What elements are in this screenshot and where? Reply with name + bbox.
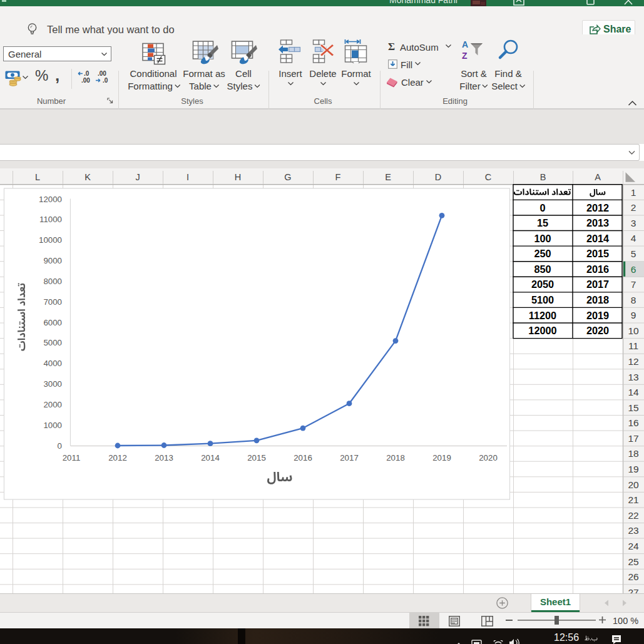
svg-text:H: H <box>235 172 241 182</box>
svg-text:21: 21 <box>628 494 638 505</box>
svg-text:4000: 4000 <box>43 359 62 368</box>
svg-text:A: A <box>595 172 601 182</box>
svg-text:12000: 12000 <box>39 195 62 204</box>
svg-text:2018: 2018 <box>586 294 609 305</box>
svg-text:2013: 2013 <box>155 453 173 463</box>
svg-text:2011: 2011 <box>63 453 81 463</box>
svg-text:2020: 2020 <box>586 325 609 336</box>
svg-text:100: 100 <box>534 233 551 244</box>
svg-text:250: 250 <box>534 248 551 259</box>
svg-text:12000: 12000 <box>528 325 556 336</box>
svg-text:10000: 10000 <box>39 235 62 245</box>
svg-text:7: 7 <box>631 279 636 290</box>
svg-text:6: 6 <box>631 264 636 275</box>
svg-text:17: 17 <box>628 433 638 444</box>
svg-text:K: K <box>84 172 91 182</box>
svg-text:0: 0 <box>58 441 62 451</box>
svg-text:12: 12 <box>628 356 638 367</box>
svg-text:14: 14 <box>628 387 639 397</box>
svg-text:5100: 5100 <box>531 294 554 305</box>
svg-text:.0: .0 <box>84 70 89 77</box>
svg-text:2019: 2019 <box>432 453 451 463</box>
svg-text:2014: 2014 <box>586 233 609 244</box>
svg-text:10: 10 <box>628 325 639 336</box>
svg-text:11200: 11200 <box>529 310 556 321</box>
svg-text:A: A <box>462 39 468 49</box>
svg-text:2017: 2017 <box>340 453 359 463</box>
svg-text:11000: 11000 <box>39 215 62 224</box>
svg-text:G: G <box>284 172 291 182</box>
svg-text:11: 11 <box>628 340 638 351</box>
svg-text:850: 850 <box>534 263 551 275</box>
svg-text:.00: .00 <box>98 70 106 77</box>
svg-text:Z: Z <box>462 51 468 61</box>
svg-text:2013: 2013 <box>586 217 609 228</box>
svg-text:2019: 2019 <box>586 310 609 321</box>
svg-text:3: 3 <box>631 218 636 228</box>
svg-text:2012: 2012 <box>108 453 127 463</box>
svg-text:8000: 8000 <box>43 277 62 286</box>
svg-text:2012: 2012 <box>586 202 609 213</box>
svg-text:7000: 7000 <box>43 297 62 307</box>
svg-text:9: 9 <box>631 310 636 320</box>
svg-text:C: C <box>485 172 491 182</box>
svg-text:4: 4 <box>631 233 636 243</box>
svg-text:E: E <box>385 172 391 182</box>
svg-text:2016: 2016 <box>294 453 312 463</box>
svg-text:15: 15 <box>537 217 548 228</box>
svg-text:2: 2 <box>631 202 636 213</box>
svg-text:27: 27 <box>628 587 638 593</box>
svg-text:12:56: 12:56 <box>554 632 579 643</box>
svg-text:15: 15 <box>628 402 638 413</box>
svg-text:2018: 2018 <box>386 453 405 463</box>
svg-text:0: 0 <box>539 202 545 213</box>
svg-text:I: I <box>187 172 189 182</box>
svg-text:D: D <box>435 172 441 182</box>
svg-text:2000: 2000 <box>43 400 62 409</box>
svg-text:2015: 2015 <box>247 453 266 463</box>
svg-text:2015: 2015 <box>586 248 609 259</box>
svg-text:8: 8 <box>631 295 636 305</box>
svg-text:B: B <box>540 172 546 182</box>
svg-text:6000: 6000 <box>43 318 62 327</box>
svg-text:1000: 1000 <box>43 421 62 430</box>
svg-text:2050: 2050 <box>531 279 554 290</box>
svg-text:J: J <box>135 172 140 182</box>
svg-text:2020: 2020 <box>479 453 498 463</box>
svg-text:.00: .00 <box>81 77 90 84</box>
svg-text:16: 16 <box>628 417 638 428</box>
svg-text:1: 1 <box>631 187 636 198</box>
svg-text:2014: 2014 <box>201 453 220 463</box>
svg-text:3000: 3000 <box>43 379 62 389</box>
svg-text:9000: 9000 <box>43 256 62 265</box>
svg-text:5: 5 <box>631 248 636 259</box>
svg-text:L: L <box>35 172 40 182</box>
svg-text:22: 22 <box>628 510 638 521</box>
svg-text:24: 24 <box>628 541 639 551</box>
svg-text:2016: 2016 <box>586 263 609 275</box>
svg-text:5000: 5000 <box>43 338 62 347</box>
svg-text:2017: 2017 <box>586 279 609 290</box>
svg-text:23: 23 <box>628 525 638 536</box>
svg-text:26: 26 <box>628 571 638 582</box>
svg-text:13: 13 <box>628 372 638 382</box>
svg-text:20: 20 <box>628 479 639 490</box>
svg-text:25: 25 <box>628 556 638 567</box>
svg-text:18: 18 <box>628 448 638 459</box>
svg-text:19: 19 <box>628 464 638 474</box>
svg-text:F: F <box>335 172 341 182</box>
svg-text:.0: .0 <box>103 77 108 84</box>
